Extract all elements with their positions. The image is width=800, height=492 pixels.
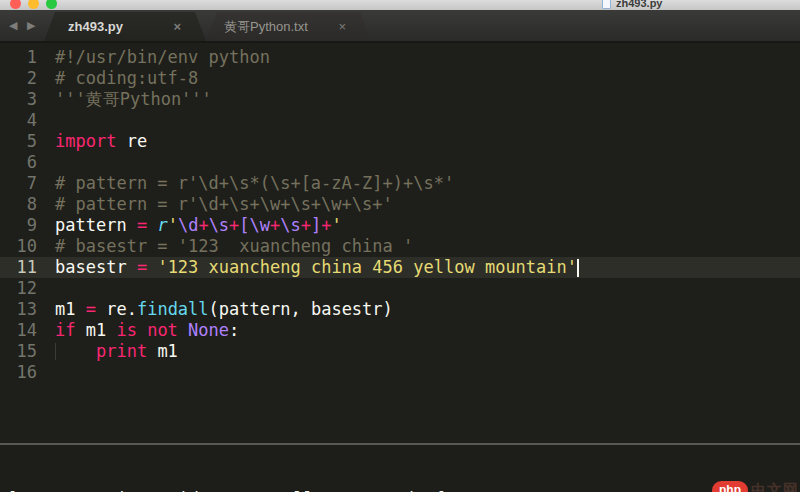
- line-number: 5: [0, 131, 44, 152]
- php-cn-watermark: php 中文网: [712, 481, 799, 492]
- traffic-lights: [10, 0, 57, 9]
- code-text: # coding:utf-8: [44, 68, 800, 89]
- sublime-window: zh493.py ◀ ▶ zh493.py × 黄哥Python.txt × 1…: [0, 0, 800, 492]
- line-number: 1: [0, 47, 44, 68]
- code-line[interactable]: 7# pattern = r'\d+\s*(\s+[a-zA-Z]+)+\s*': [0, 173, 800, 194]
- code-line[interactable]: 2# coding:utf-8: [0, 68, 800, 89]
- code-text: [44, 152, 800, 173]
- code-text: # pattern = r'\d+\s+\w+\s+\w+\s+': [44, 194, 800, 215]
- code-line[interactable]: 4: [0, 110, 800, 131]
- code-text: [44, 362, 800, 383]
- code-line[interactable]: 5import re: [0, 131, 800, 152]
- close-tab-icon[interactable]: ×: [335, 19, 349, 34]
- code-line[interactable]: 1#!/usr/bin/env python: [0, 47, 800, 68]
- title-area: zh493.py: [602, 0, 662, 9]
- line-number: 13: [0, 299, 44, 320]
- line-number: 14: [0, 320, 44, 341]
- tab-label: 黄哥Python.txt: [224, 18, 308, 36]
- history-forward-icon[interactable]: ▶: [27, 19, 35, 32]
- code-text: pattern = r'\d+\s+[\w+\s+]+': [44, 215, 800, 236]
- code-text: basestr = '123 xuancheng china 456 yello…: [44, 257, 800, 278]
- line-number: 10: [0, 236, 44, 257]
- build-output-panel: ['123 xuancheng china 456 yellow mountai…: [0, 443, 800, 492]
- line-number: 16: [0, 362, 44, 383]
- code-text: [44, 110, 800, 131]
- code-line[interactable]: 16: [0, 362, 800, 383]
- line-number: 15: [0, 341, 44, 362]
- code-line[interactable]: 9pattern = r'\d+\s+[\w+\s+]+': [0, 215, 800, 236]
- code-line[interactable]: 8# pattern = r'\d+\s+\w+\s+\w+\s+': [0, 194, 800, 215]
- history-back-icon[interactable]: ◀: [9, 19, 17, 32]
- indent-guide: [55, 343, 56, 360]
- line-number: 2: [0, 68, 44, 89]
- tab-huangge-python-txt[interactable]: 黄哥Python.txt ×: [206, 12, 371, 41]
- code-text: m1 = re.findall(pattern, basestr): [44, 299, 800, 320]
- code-line[interactable]: 3'''黄哥Python''': [0, 89, 800, 110]
- code-text: # basestr = '123 xuancheng china ': [44, 236, 800, 257]
- line-number: 3: [0, 89, 44, 110]
- code-text: if m1 is not None:: [44, 320, 800, 341]
- code-line[interactable]: 12: [0, 278, 800, 299]
- text-cursor: [577, 259, 579, 277]
- code-text: [44, 278, 800, 299]
- tab-bar: ◀ ▶ zh493.py × 黄哥Python.txt ×: [0, 10, 800, 43]
- code-lines: 1#!/usr/bin/env python2# coding:utf-83''…: [0, 47, 800, 383]
- code-editor[interactable]: 1#!/usr/bin/env python2# coding:utf-83''…: [0, 43, 800, 443]
- line-number: 4: [0, 110, 44, 131]
- line-number: 12: [0, 278, 44, 299]
- tab-label: zh493.py: [68, 19, 123, 34]
- code-text: #!/usr/bin/env python: [44, 47, 800, 68]
- close-tab-icon[interactable]: ×: [170, 19, 184, 34]
- line-number: 7: [0, 173, 44, 194]
- titlebar: zh493.py: [0, 0, 800, 10]
- fullscreen-window-button[interactable]: [46, 0, 57, 9]
- line-number: 8: [0, 194, 44, 215]
- php-cn-text: 中文网: [751, 481, 799, 492]
- code-line[interactable]: 13m1 = re.findall(pattern, basestr): [0, 299, 800, 320]
- document-icon: [602, 0, 611, 9]
- code-line[interactable]: 15 print m1: [0, 341, 800, 362]
- line-number: 6: [0, 152, 44, 173]
- code-line[interactable]: 6: [0, 152, 800, 173]
- minimize-window-button[interactable]: [28, 0, 39, 9]
- line-number: 11: [0, 257, 44, 278]
- code-text: print m1: [44, 341, 800, 362]
- code-line[interactable]: 14if m1 is not None:: [0, 320, 800, 341]
- close-window-button[interactable]: [10, 0, 21, 9]
- tab-zh493-py[interactable]: zh493.py ×: [44, 12, 206, 41]
- php-logo-badge: php: [712, 481, 748, 492]
- code-line[interactable]: 10# basestr = '123 xuancheng china ': [0, 236, 800, 257]
- window-title: zh493.py: [616, 0, 662, 9]
- code-text: '''黄哥Python''': [44, 89, 800, 110]
- code-line[interactable]: 11basestr = '123 xuancheng china 456 yel…: [0, 257, 800, 278]
- line-number: 9: [0, 215, 44, 236]
- code-text: # pattern = r'\d+\s*(\s+[a-zA-Z]+)+\s*': [44, 173, 800, 194]
- code-text: import re: [44, 131, 800, 152]
